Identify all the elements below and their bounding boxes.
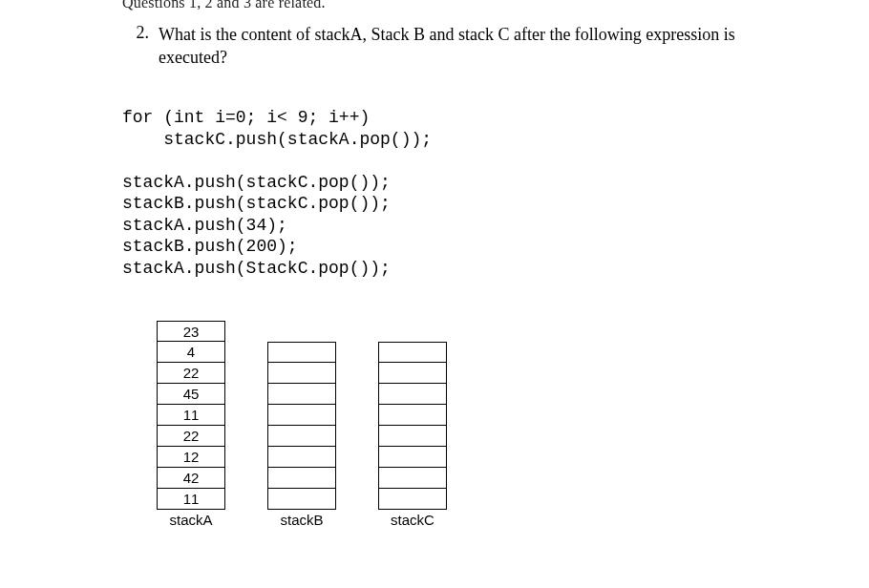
partial-header-text: Questions 1, 2 and 3 are related. <box>122 0 326 11</box>
stack-a-cells: 23 4 22 45 11 22 12 42 11 <box>157 321 225 510</box>
stack-c-cell <box>378 405 447 426</box>
stack-c-cell <box>378 363 447 384</box>
stack-a-cell: 23 <box>157 321 225 342</box>
code-block: for (int i=0; i< 9; i++) stackC.push(sta… <box>122 107 432 279</box>
stack-b-label: stackB <box>280 512 323 528</box>
stack-c-cell <box>378 468 447 489</box>
stack-c-cells <box>378 342 447 510</box>
stack-b-cell <box>267 468 336 489</box>
stack-a-cell: 42 <box>157 468 225 489</box>
stack-a-cell: 45 <box>157 384 225 405</box>
code-line: stackA.push(StackC.pop()); <box>122 259 391 278</box>
code-line: stackB.push(stackC.pop()); <box>122 194 391 213</box>
stack-b-cell <box>267 489 336 510</box>
stack-b-cell <box>267 426 336 447</box>
stack-c-cell <box>378 447 447 468</box>
stack-c-cell <box>378 342 447 363</box>
question-line-2: executed? <box>159 48 227 67</box>
stack-c-cell <box>378 426 447 447</box>
stack-c-cell <box>378 384 447 405</box>
stack-b-cell <box>267 405 336 426</box>
code-line: stackA.push(34); <box>122 216 287 235</box>
code-line: for (int i=0; i< 9; i++) <box>122 108 370 127</box>
stack-a-cell: 12 <box>157 447 225 468</box>
stack-a-label: stackA <box>169 512 212 528</box>
stack-b-cell <box>267 447 336 468</box>
stack-b-cells <box>267 342 336 510</box>
stack-a-cell: 22 <box>157 363 225 384</box>
stacks-area: 23 4 22 45 11 22 12 42 11 stackA stackB <box>157 321 447 528</box>
stack-b-cell <box>267 363 336 384</box>
code-line: stackA.push(stackC.pop()); <box>122 173 391 192</box>
question-text: What is the content of stackA, Stack B a… <box>159 23 850 70</box>
stack-b-cell <box>267 384 336 405</box>
stack-c-column: stackC <box>378 342 447 528</box>
stack-a-cell: 22 <box>157 426 225 447</box>
code-line: stackB.push(200); <box>122 237 298 256</box>
stack-b-cell <box>267 342 336 363</box>
stack-c-cell <box>378 489 447 510</box>
stack-a-cell: 11 <box>157 489 225 510</box>
question-block: 2. What is the content of stackA, Stack … <box>122 23 850 70</box>
stack-a-cell: 11 <box>157 405 225 426</box>
question-row: 2. What is the content of stackA, Stack … <box>122 23 850 70</box>
stack-b-column: stackB <box>267 342 336 528</box>
stack-c-label: stackC <box>391 512 434 528</box>
code-line: stackC.push(stackA.pop()); <box>122 130 432 149</box>
question-line-1: What is the content of stackA, Stack B a… <box>159 25 735 44</box>
stack-a-cell: 4 <box>157 342 225 363</box>
question-number: 2. <box>122 23 159 43</box>
stack-a-column: 23 4 22 45 11 22 12 42 11 stackA <box>157 321 225 528</box>
